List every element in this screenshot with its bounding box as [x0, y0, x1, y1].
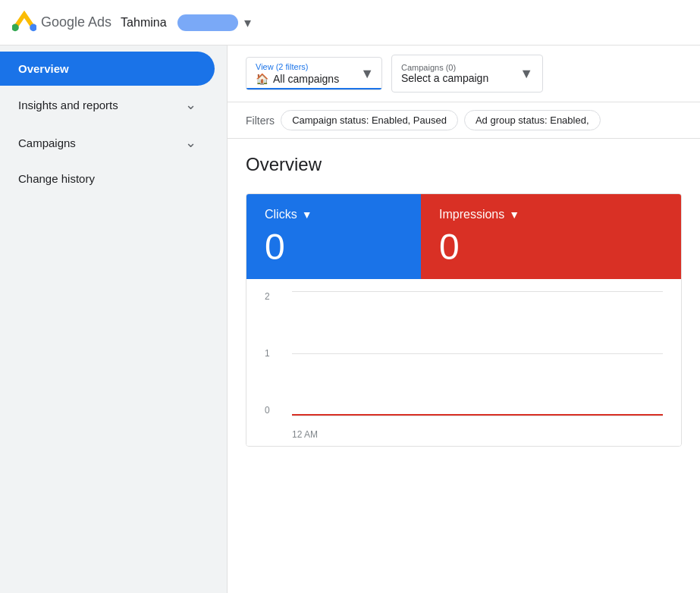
main-content: View (2 filters) 🏠 All campaigns ▼ Campa… [228, 45, 700, 593]
chart-x-label: 12 AM [292, 429, 318, 440]
chart-gridline-mid [292, 353, 663, 354]
sidebar-item-insights[interactable]: Insights and reports ⌄ [0, 86, 215, 124]
sidebar-overview-label: Overview [18, 62, 69, 75]
clicks-dropdown-icon[interactable]: ▼ [302, 209, 312, 221]
chart-area: Clicks ▼ 0 Impressions ▼ 0 [246, 193, 682, 447]
chart-gridline-bottom [292, 416, 663, 416]
chart-data-line-red [292, 414, 663, 416]
chart-y-label-1: 1 [265, 348, 270, 359]
campaign-selector[interactable]: Campaigns (0) Select a campaign ▼ [391, 55, 543, 93]
filter-chip-campaign-status[interactable]: Campaign status: Enabled, Paused [281, 110, 458, 130]
header-account-name: Tahmina [121, 16, 166, 30]
account-badge [177, 14, 238, 31]
chart-gridline-top [292, 291, 663, 292]
metric-block-clicks: Clicks ▼ 0 [246, 194, 421, 279]
filter-chip-adgroup-status-text: Ad group status: Enabled, [476, 115, 589, 126]
campaign-selector-label: Campaigns (0) [401, 63, 515, 72]
sidebar-item-change-history[interactable]: Change history [0, 162, 215, 196]
chart-y-label-2: 2 [265, 291, 270, 302]
metric-header: Clicks ▼ 0 Impressions ▼ 0 [246, 194, 681, 279]
chart-y-label-0: 0 [265, 405, 270, 416]
sidebar: Overview Insights and reports ⌄ Campaign… [0, 45, 228, 593]
sidebar-item-overview[interactable]: Overview [0, 52, 215, 86]
chart-graph: 2 1 0 12 AM [246, 279, 681, 446]
sidebar-change-history-label: Change history [18, 172, 95, 185]
metric-block-impressions: Impressions ▼ 0 [421, 194, 681, 279]
impressions-dropdown-icon[interactable]: ▼ [509, 209, 520, 221]
view-selector-arrow-icon: ▼ [360, 66, 374, 82]
view-selector-underline [246, 88, 381, 89]
view-selector-value: 🏠 All campaigns [256, 73, 372, 85]
clicks-value: 0 [265, 229, 403, 265]
campaign-selector-arrow-icon: ▼ [520, 66, 533, 82]
layout: Overview Insights and reports ⌄ Campaign… [0, 45, 700, 593]
impressions-value: 0 [439, 229, 663, 265]
header: Google Ads Tahmina ▾ [0, 0, 700, 45]
impressions-label: Impressions [439, 208, 504, 221]
clicks-label: Clicks [265, 208, 297, 221]
clicks-metric-title: Clicks ▼ [265, 208, 403, 221]
google-ads-logo: Google Ads [12, 11, 111, 35]
insights-chevron-icon: ⌄ [185, 96, 196, 113]
filters-label: Filters [246, 115, 275, 127]
impressions-metric-title: Impressions ▼ [439, 208, 663, 221]
top-bar: View (2 filters) 🏠 All campaigns ▼ Campa… [228, 45, 700, 102]
campaigns-chevron-icon: ⌄ [185, 134, 196, 151]
sidebar-item-campaigns[interactable]: Campaigns ⌄ [0, 124, 215, 162]
chart-lines-area [292, 291, 663, 416]
logo-icon [12, 11, 36, 35]
house-icon: 🏠 [256, 73, 268, 85]
filter-chip-campaign-status-text: Campaign status: Enabled, Paused [292, 115, 447, 126]
filters-row: Filters Campaign status: Enabled, Paused… [228, 102, 700, 139]
campaign-selector-placeholder: Select a campaign [401, 72, 515, 84]
chart-y-labels: 2 1 0 [265, 291, 270, 416]
view-selector[interactable]: View (2 filters) 🏠 All campaigns ▼ [246, 57, 382, 90]
view-selector-label: View (2 filters) [256, 62, 372, 71]
header-chevron-icon[interactable]: ▾ [244, 14, 251, 31]
sidebar-insights-label: Insights and reports [18, 99, 118, 111]
view-selector-text: All campaigns [273, 73, 339, 85]
header-brand-label: Google Ads [41, 14, 111, 30]
overview-heading: Overview [228, 139, 700, 181]
sidebar-campaigns-label: Campaigns [18, 136, 76, 149]
filter-chip-adgroup-status[interactable]: Ad group status: Enabled, [464, 110, 601, 130]
